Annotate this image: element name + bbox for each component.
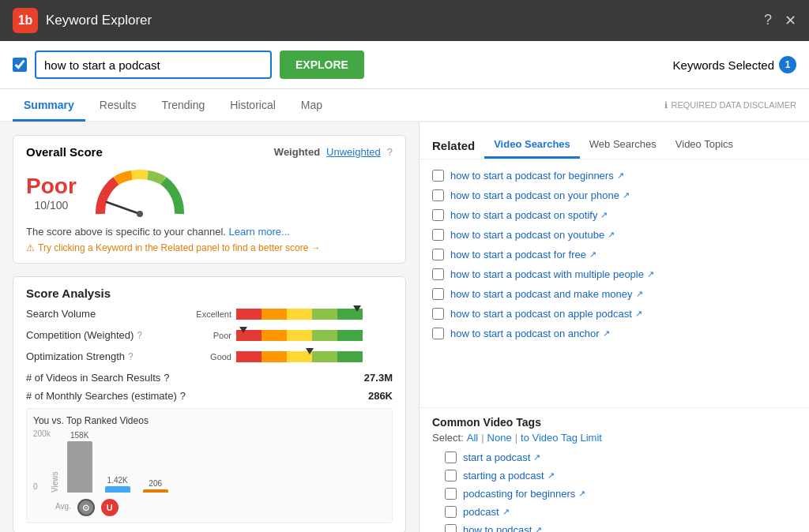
stat-label-searches: # of Monthly Searches (estimate) ? — [26, 390, 200, 402]
related-item-checkbox-1[interactable] — [432, 170, 444, 182]
explore-button[interactable]: EXPLORE — [280, 51, 364, 79]
tag-item-5[interactable]: how to podcast ↗ — [432, 521, 796, 532]
tag-link-1[interactable]: start a podcast ↗ — [463, 451, 540, 463]
target-icon[interactable]: ⊙ — [77, 499, 95, 516]
related-item-link-6[interactable]: how to start a podcast with multiple peo… — [450, 268, 654, 280]
list-item[interactable]: how to start a podcast on anchor ↗ — [420, 324, 809, 343]
searches-help-icon[interactable]: ? — [180, 390, 186, 402]
tag-checkbox-5[interactable] — [445, 524, 457, 532]
external-link-icon: ↗ — [636, 289, 643, 299]
tags-select-limit[interactable]: to Video Tag Limit — [521, 432, 602, 444]
related-item-link-1[interactable]: how to start a podcast for beginners ↗ — [450, 170, 624, 182]
tag-item-4[interactable]: podcast ↗ — [432, 503, 796, 521]
related-tab-web-searches[interactable]: Web Searches — [580, 132, 666, 159]
score-help-icon[interactable]: ? — [387, 146, 393, 158]
list-item[interactable]: how to start a podcast on your phone ↗ — [420, 185, 809, 205]
related-item-link-2[interactable]: how to start a podcast on your phone ↗ — [450, 189, 630, 201]
related-item-link-3[interactable]: how to start a podcast on spotify ↗ — [450, 209, 608, 221]
optimization-help-icon[interactable]: ? — [128, 351, 134, 362]
tags-select-label: Select: — [432, 432, 464, 444]
tab-map[interactable]: Map — [290, 91, 333, 122]
y-label-bottom: 0 — [33, 482, 51, 491]
tag-checkbox-2[interactable] — [445, 470, 457, 481]
external-link-icon: ↗ — [603, 328, 610, 339]
score-analysis-box: Score Analysis Search Volume Excellent — [13, 276, 406, 532]
tag-item-1[interactable]: start a podcast ↗ — [432, 448, 796, 466]
search-input[interactable] — [35, 51, 272, 79]
related-item-link-4[interactable]: how to start a podcast on youtube ↗ — [450, 229, 615, 241]
bar-label-206: 206 — [149, 479, 162, 488]
related-item-link-5[interactable]: how to start a podcast for free ↗ — [450, 249, 596, 260]
related-item-checkbox-6[interactable] — [432, 268, 444, 280]
related-item-link-7[interactable]: how to start a podcast and make money ↗ — [450, 288, 643, 300]
chart-area: You vs. Top Ranked Videos 200k 0 Views 1… — [26, 408, 393, 523]
tags-select-none[interactable]: None — [487, 432, 512, 444]
list-item[interactable]: how to start a podcast on apple podcast … — [420, 304, 809, 324]
unweighted-button[interactable]: Unweighted — [326, 146, 381, 158]
list-item[interactable]: how to start a podcast with multiple peo… — [420, 264, 809, 284]
tab-trending[interactable]: Trending — [151, 91, 216, 122]
tags-select-all[interactable]: All — [467, 432, 478, 444]
list-item[interactable]: how to start a podcast and make money ↗ — [420, 284, 809, 304]
tag-item-2[interactable]: starting a podcast ↗ — [432, 466, 796, 485]
tag-checkbox-1[interactable] — [445, 451, 457, 463]
weighted-button[interactable]: Weighted — [274, 146, 320, 158]
tab-historical[interactable]: Historical — [219, 91, 287, 122]
related-item-checkbox-5[interactable] — [432, 249, 444, 260]
chart-bar-2 — [105, 486, 130, 493]
overall-score-title: Overall Score — [26, 145, 103, 159]
tag-item-3[interactable]: podcasting for beginners ↗ — [432, 485, 796, 503]
tags-select-row: Select: All | None | to Video Tag Limit — [432, 432, 796, 444]
external-link-icon: ↗ — [535, 525, 542, 532]
common-tags-section: Common Video Tags Select: All | None | t… — [420, 407, 809, 532]
analysis-row-competition: Competition (Weighted) ? Poor — [26, 329, 393, 341]
videos-help-icon[interactable]: ? — [164, 372, 169, 384]
tag-link-3[interactable]: podcasting for beginners ↗ — [463, 488, 585, 500]
learn-more-link[interactable]: Learn more... — [229, 226, 290, 238]
common-tags-title: Common Video Tags — [432, 416, 796, 429]
competition-help-icon[interactable]: ? — [137, 330, 142, 341]
list-item[interactable]: how to start a podcast for beginners ↗ — [420, 166, 809, 185]
tags-divider-1: | — [481, 432, 484, 444]
bar-area-optimization: Good — [190, 351, 393, 362]
tabs-bar: Summary Results Trending Historical Map … — [0, 89, 809, 122]
related-item-link-9[interactable]: how to start a podcast on anchor ↗ — [450, 328, 610, 339]
list-item[interactable]: how to start a podcast for free ↗ — [420, 245, 809, 264]
analysis-label-competition: Competition (Weighted) ? — [26, 329, 184, 341]
help-icon[interactable]: ? — [764, 12, 772, 29]
score-number: 10/100 — [26, 199, 77, 212]
svg-point-1 — [137, 211, 143, 217]
tab-summary[interactable]: Summary — [13, 91, 85, 122]
user-icon[interactable]: U — [101, 499, 119, 516]
related-tab-video-topics[interactable]: Video Topics — [666, 132, 743, 159]
tag-link-2[interactable]: starting a podcast ↗ — [463, 470, 555, 481]
main-content: Overall Score Weighted Unweighted ? Poor… — [0, 122, 809, 532]
external-link-icon: ↗ — [608, 230, 615, 240]
related-item-link-8[interactable]: how to start a podcast on apple podcast … — [450, 308, 642, 320]
list-item[interactable]: how to start a podcast on youtube ↗ — [420, 225, 809, 245]
related-item-checkbox-4[interactable] — [432, 229, 444, 241]
related-tab-video-searches[interactable]: Video Searches — [484, 132, 580, 159]
tag-link-4[interactable]: podcast ↗ — [463, 506, 510, 518]
search-checkbox[interactable] — [13, 58, 27, 72]
score-header: Overall Score Weighted Unweighted ? — [26, 145, 393, 159]
external-link-icon: ↗ — [600, 210, 608, 220]
bar-area-search-volume: Excellent — [190, 309, 393, 320]
related-item-checkbox-8[interactable] — [432, 308, 444, 320]
tags-divider-2: | — [515, 432, 517, 444]
related-item-checkbox-2[interactable] — [432, 189, 444, 201]
external-link-icon: ↗ — [502, 507, 510, 517]
related-item-checkbox-7[interactable] — [432, 288, 444, 300]
list-item[interactable]: how to start a podcast on spotify ↗ — [420, 205, 809, 225]
gauge-svg — [92, 167, 187, 218]
tag-checkbox-4[interactable] — [445, 506, 457, 518]
keywords-count-badge: 1 — [779, 56, 796, 73]
related-item-checkbox-9[interactable] — [432, 328, 444, 339]
tag-checkbox-3[interactable] — [445, 488, 457, 500]
tab-results[interactable]: Results — [88, 91, 148, 122]
external-link-icon: ↗ — [533, 452, 540, 463]
close-icon[interactable]: ✕ — [785, 12, 796, 29]
tag-link-5[interactable]: how to podcast ↗ — [463, 524, 542, 532]
related-item-checkbox-3[interactable] — [432, 209, 444, 221]
related-tabs: Video Searches Web Searches Video Topics — [484, 132, 743, 159]
